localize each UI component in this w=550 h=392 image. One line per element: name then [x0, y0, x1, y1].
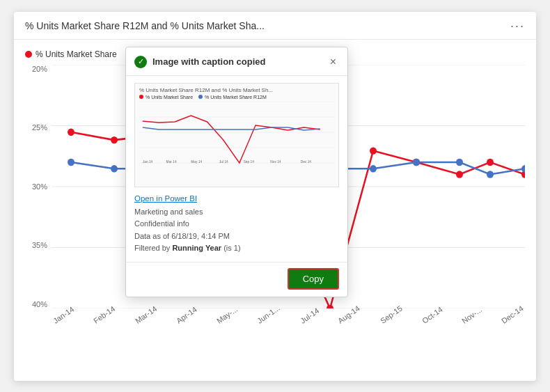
svg-point-5	[68, 128, 74, 135]
popup-footer: Copy	[126, 262, 347, 297]
y-label-3: 30%	[32, 182, 47, 191]
thumb-title: % Units Market Share R12M and % Units Ma…	[135, 84, 338, 95]
svg-point-14	[456, 171, 463, 178]
more-options-icon[interactable]: ···	[510, 19, 525, 33]
meta-line-3: Data as of 6/18/19, 4:14 PM	[134, 230, 339, 243]
svg-point-11	[327, 304, 333, 308]
legend-label-units-share: % Units Market Share	[36, 49, 117, 59]
meta-line-2: Confidential info	[134, 218, 339, 230]
thumb-legend-blue: % Units Market Share R12M	[198, 95, 267, 100]
copy-button[interactable]: Copy	[288, 268, 339, 290]
meta-line-1: Marketing and sales	[134, 206, 339, 219]
svg-point-27	[487, 171, 494, 178]
filter-value: Running Year	[172, 244, 221, 252]
svg-text:Nov 14: Nov 14	[270, 159, 281, 163]
y-label-1: 20%	[32, 65, 47, 73]
x-axis: Jan-14 Feb-14 Mar-14 Apr-14 May-... Jun-…	[52, 315, 525, 329]
open-powerbi-link[interactable]: Open in Power BI	[134, 194, 339, 203]
svg-text:Mar 14: Mar 14	[166, 159, 177, 163]
svg-text:May 14: May 14	[191, 159, 202, 163]
svg-point-25	[413, 158, 420, 165]
popup-header: ✓ Image with caption copied ×	[126, 47, 347, 76]
svg-point-24	[370, 165, 377, 172]
popup-meta: Marketing and sales Confidential info Da…	[134, 206, 339, 255]
thumb-dot-red	[139, 95, 143, 99]
main-window: % Units Market Share R12M and % Units Ma…	[14, 12, 536, 381]
svg-text:Jul 14: Jul 14	[219, 159, 228, 163]
popup-thumbnail: % Units Market Share R12M and % Units Ma…	[134, 83, 339, 187]
legend-item-units-share: % Units Market Share	[25, 49, 117, 59]
y-label-2: 25%	[32, 123, 47, 132]
x-label-jul: Jul-14	[299, 306, 320, 324]
svg-point-26	[456, 158, 463, 165]
popup-body: % Units Market Share R12M and % Units Ma…	[126, 76, 347, 262]
svg-point-18	[111, 165, 118, 172]
thumb-legend-red-label: % Units Market Share	[146, 95, 193, 100]
success-icon: ✓	[134, 56, 147, 68]
svg-point-17	[68, 158, 74, 165]
legend-dot-red	[25, 51, 32, 58]
y-label-4: 35%	[32, 241, 47, 249]
window-title: % Units Market Share R12M and % Units Ma…	[25, 20, 265, 31]
window-header: % Units Market Share R12M and % Units Ma…	[14, 12, 536, 40]
thumb-legend-blue-label: % Units Market Share R12M	[205, 95, 267, 100]
thumb-legend: % Units Market Share % Units Market Shar…	[135, 95, 338, 102]
svg-point-6	[111, 136, 118, 143]
close-button[interactable]: ×	[327, 54, 339, 70]
svg-text:Sep 14: Sep 14	[244, 159, 255, 163]
svg-point-28	[521, 165, 525, 172]
popup-title: Image with caption copied	[152, 56, 266, 67]
thumb-chart: Jan 14 Mar 14 May 14 Jul 14 Sep 14 Nov 1…	[135, 102, 338, 167]
svg-text:Dec 14: Dec 14	[301, 159, 312, 163]
thumb-dot-blue	[198, 95, 203, 99]
y-axis: 40% 35% 30% 25% 20%	[25, 65, 52, 308]
svg-text:Jan 14: Jan 14	[143, 159, 153, 163]
svg-point-12	[370, 147, 377, 154]
popup-title-row: ✓ Image with caption copied	[134, 56, 266, 68]
popup-dialog: ✓ Image with caption copied × % Units Ma…	[125, 47, 348, 297]
meta-line-4: Filtered by Running Year (is 1)	[134, 242, 339, 255]
y-label-5: 40%	[32, 300, 47, 308]
thumb-legend-red: % Units Market Share	[139, 95, 193, 100]
svg-point-15	[487, 158, 494, 165]
